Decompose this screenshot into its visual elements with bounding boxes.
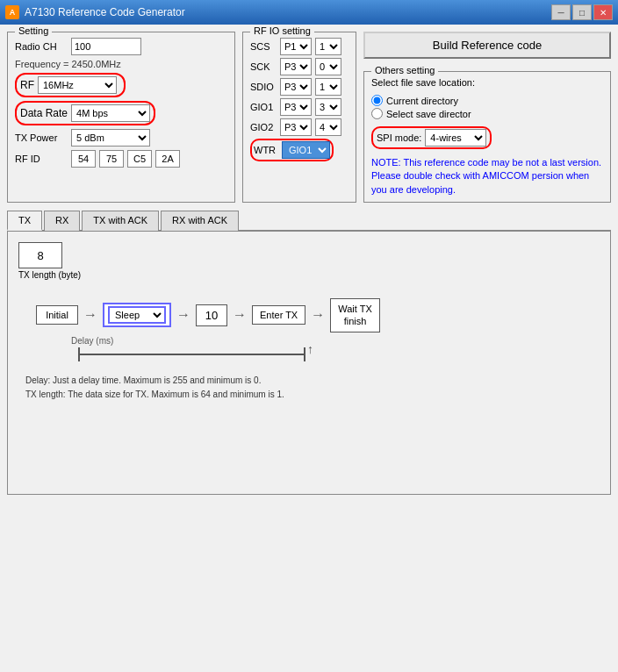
close-button[interactable]: ✕ — [593, 4, 613, 20]
tx-power-select[interactable]: 5 dBm 0 dBm -5 dBm — [71, 129, 150, 147]
spi-label: SPI mode: — [377, 132, 421, 143]
sdio-row: SDIO P3P0P1P2 1023 — [250, 78, 349, 96]
wtr-label: WTR — [254, 145, 280, 155]
sck-label: SCK — [250, 61, 277, 72]
others-box-title: Others setting — [371, 65, 438, 75]
arrow-4: → — [311, 307, 325, 323]
wtr-circled: WTR GIO1 GIO2 — [250, 139, 334, 161]
flow-diagram-area: Initial → Sleep Idle TRX off → — [18, 298, 600, 361]
file-save-title: Select file save location: — [371, 77, 603, 88]
flow-delay: 10 — [196, 304, 227, 326]
sck-num-select[interactable]: 0123 — [315, 58, 341, 75]
sleep-select[interactable]: Sleep Idle TRX off — [108, 306, 166, 324]
tab-tx-ack[interactable]: TX with ACK — [82, 211, 159, 231]
hint-txlength: TX length: The data size for TX. Maximum… — [25, 388, 600, 402]
note-text: NOTE: This reference code may be not a l… — [371, 156, 603, 197]
arrow-2: → — [176, 307, 190, 323]
delay-label: Delay (ms) — [71, 336, 113, 346]
gio1-port-select[interactable]: P3P0P1P2 — [280, 98, 312, 116]
delay-value: 10 — [205, 309, 218, 322]
spi-select[interactable]: 4-wires 3-wires — [425, 129, 486, 147]
back-line-bottom — [80, 354, 304, 355]
tx-length-value: 8 — [18, 242, 62, 268]
sdio-num-select[interactable]: 1023 — [315, 78, 341, 96]
tab-rx-ack[interactable]: RX with ACK — [161, 211, 239, 231]
data-rate-select[interactable]: 4M bps 1M bps 2M bps — [71, 104, 150, 122]
select-dir-label: Select save director — [386, 109, 471, 119]
arrow-1: → — [83, 307, 97, 323]
sck-row: SCK P3P0P1P2 0123 — [250, 58, 349, 75]
window-title: A7130 Reference Code Generator — [25, 6, 185, 18]
back-line-right — [304, 347, 305, 361]
select-dir-radio[interactable] — [371, 108, 383, 119]
radio-ch-label: Radio CH — [15, 41, 68, 52]
rf-id-cell-3: 2A — [155, 150, 180, 168]
rf-id-cell-2: C5 — [127, 150, 152, 168]
gio2-row: GIO2 P3P0P1P2 4012 — [250, 118, 349, 136]
tab-content-tx: 8 TX length (byte) Initial → Sleep — [7, 232, 611, 495]
spi-row: SPI mode: 4-wires 3-wires — [371, 126, 603, 149]
radio-ch-input[interactable] — [71, 38, 141, 55]
others-box: Others setting Select file save location… — [363, 71, 611, 203]
sdio-port-select[interactable]: P3P0P1P2 — [280, 78, 312, 96]
file-save-options: Current directory Select save director — [371, 95, 603, 119]
tx-power-label: TX Power — [15, 132, 68, 143]
main-window: Setting Radio CH Frequency = 2450.0MHz R… — [0, 25, 618, 672]
sck-port-select[interactable]: P3P0P1P2 — [280, 58, 312, 75]
rf-row: RF 16MHz 4MHz 8MHz 32MHz — [15, 73, 227, 97]
arrow-3: → — [233, 307, 247, 323]
settings-box-title: Setting — [15, 25, 52, 36]
rf-io-box: RF IO setting SCS P1P0P2P3 1023 SCK P3P0… — [242, 32, 356, 203]
scs-port-select[interactable]: P1P0P2P3 — [280, 38, 312, 55]
gio1-label: GIO1 — [250, 102, 277, 112]
tx-length-label: TX length (byte) — [18, 270, 81, 280]
gio1-row: GIO1 P3P0P1P2 3012 — [250, 98, 349, 116]
data-rate-row: Data Rate 4M bps 1M bps 2M bps — [15, 101, 227, 125]
gio2-port-select[interactable]: P3P0P1P2 — [280, 118, 312, 136]
right-column: Build Reference code Others setting Sele… — [363, 32, 611, 203]
flow-sleep-box: Sleep Idle TRX off — [103, 303, 171, 327]
flow-wait-tx: Wait TXfinish — [330, 298, 380, 332]
rf-label: RF — [20, 79, 34, 91]
tabs-bar: TX RX TX with ACK RX with ACK — [7, 210, 611, 232]
scs-label: SCS — [250, 41, 277, 52]
data-rate-circled: Data Rate 4M bps 1M bps 2M bps — [15, 101, 155, 125]
title-buttons: ─ □ ✕ — [551, 4, 613, 20]
settings-box: Setting Radio CH Frequency = 2450.0MHz R… — [7, 32, 235, 203]
tx-power-row: TX Power 5 dBm 0 dBm -5 dBm — [15, 129, 227, 147]
tabs-section: TX RX TX with ACK RX with ACK 8 TX lengt… — [7, 208, 611, 495]
scs-num-select[interactable]: 1023 — [315, 38, 341, 55]
radio-ch-row: Radio CH — [15, 38, 227, 55]
sdio-label: SDIO — [250, 82, 277, 92]
scs-row: SCS P1P0P2P3 1023 — [250, 38, 349, 55]
build-reference-button[interactable]: Build Reference code — [363, 32, 611, 59]
rf-id-row: RF ID 54 75 C5 2A — [15, 150, 227, 168]
top-section: Setting Radio CH Frequency = 2450.0MHz R… — [7, 32, 611, 203]
gio1-num-select[interactable]: 3012 — [315, 98, 341, 116]
current-dir-row: Current directory — [371, 95, 603, 106]
rf-select[interactable]: 16MHz 4MHz 8MHz 32MHz — [38, 76, 117, 94]
flow-diagram-row: Initial → Sleep Idle TRX off → — [36, 298, 600, 332]
enter-tx-label: Enter TX — [260, 310, 298, 320]
flow-initial: Initial — [36, 305, 78, 325]
delay-label-row: Delay (ms) — [71, 336, 600, 346]
current-dir-label: Current directory — [386, 96, 458, 106]
tab-tx[interactable]: TX — [7, 211, 42, 231]
title-bar: A A7130 Reference Code Generator ─ □ ✕ — [0, 0, 618, 25]
minimize-button[interactable]: ─ — [551, 4, 571, 20]
select-dir-row: Select save director — [371, 108, 603, 119]
data-rate-label: Data Rate — [20, 107, 68, 119]
flow-enter-tx: Enter TX — [252, 305, 305, 325]
maximize-button[interactable]: □ — [572, 4, 592, 20]
rf-id-cell-0: 54 — [71, 150, 96, 168]
current-dir-radio[interactable] — [371, 95, 383, 106]
hint-text-area: Delay: Just a delay time. Maximum is 255… — [25, 374, 600, 402]
wtr-select[interactable]: GIO1 GIO2 — [282, 141, 330, 159]
rf-circled: RF 16MHz 4MHz 8MHz 32MHz — [15, 73, 126, 97]
tab-rx[interactable]: RX — [44, 211, 80, 231]
back-arrow-up: ↑ — [307, 342, 313, 356]
gio2-num-select[interactable]: 4012 — [315, 118, 341, 136]
rf-id-label: RF ID — [15, 154, 68, 164]
tx-length-section: 8 TX length (byte) — [18, 242, 81, 280]
rf-id-cell-1: 75 — [99, 150, 124, 168]
